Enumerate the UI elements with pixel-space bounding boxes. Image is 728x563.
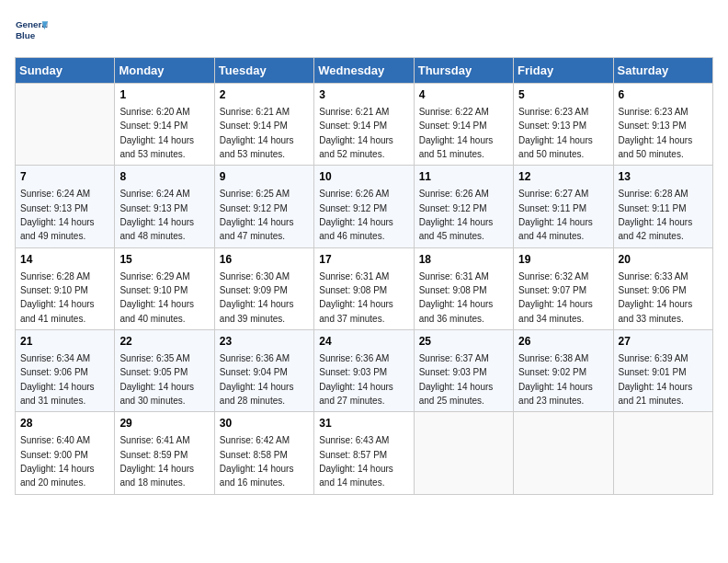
day-info: Sunrise: 6:22 AM Sunset: 9:14 PM Dayligh… xyxy=(419,107,494,159)
day-info: Sunrise: 6:34 AM Sunset: 9:06 PM Dayligh… xyxy=(20,353,95,406)
weekday-header-row: SundayMondayTuesdayWednesdayThursdayFrid… xyxy=(16,58,713,84)
day-info: Sunrise: 6:31 AM Sunset: 9:08 PM Dayligh… xyxy=(419,271,494,324)
calendar-week-row: 7Sunrise: 6:24 AM Sunset: 9:13 PM Daylig… xyxy=(16,166,713,247)
day-info: Sunrise: 6:32 AM Sunset: 9:07 PM Dayligh… xyxy=(518,271,593,324)
svg-text:Blue: Blue xyxy=(16,30,36,40)
day-info: Sunrise: 6:42 AM Sunset: 8:58 PM Dayligh… xyxy=(220,435,294,488)
day-number: 13 xyxy=(619,169,708,185)
day-number: 16 xyxy=(220,252,309,268)
calendar-cell: 13Sunrise: 6:28 AM Sunset: 9:11 PM Dayli… xyxy=(613,166,712,247)
day-info: Sunrise: 6:30 AM Sunset: 9:09 PM Dayligh… xyxy=(220,271,294,324)
day-number: 27 xyxy=(619,334,708,350)
day-info: Sunrise: 6:24 AM Sunset: 9:13 PM Dayligh… xyxy=(20,189,95,241)
day-number: 31 xyxy=(319,416,408,431)
day-number: 3 xyxy=(319,87,408,103)
day-info: Sunrise: 6:26 AM Sunset: 9:12 PM Dayligh… xyxy=(319,189,393,241)
day-info: Sunrise: 6:23 AM Sunset: 9:13 PM Dayligh… xyxy=(518,107,593,159)
weekday-header: Tuesday xyxy=(214,58,313,84)
day-number: 4 xyxy=(419,87,508,103)
day-info: Sunrise: 6:28 AM Sunset: 9:11 PM Dayligh… xyxy=(619,189,693,241)
calendar-cell: 30Sunrise: 6:42 AM Sunset: 8:58 PM Dayli… xyxy=(214,412,313,494)
weekday-header: Monday xyxy=(115,58,214,84)
day-number: 15 xyxy=(119,252,209,268)
day-info: Sunrise: 6:24 AM Sunset: 9:13 PM Dayligh… xyxy=(119,189,194,241)
calendar-cell: 5Sunrise: 6:23 AM Sunset: 9:13 PM Daylig… xyxy=(514,84,613,166)
day-number: 12 xyxy=(518,169,608,185)
day-number: 30 xyxy=(220,416,309,431)
day-number: 17 xyxy=(319,252,408,268)
calendar-table: SundayMondayTuesdayWednesdayThursdayFrid… xyxy=(15,57,713,495)
day-number: 21 xyxy=(20,334,109,350)
day-info: Sunrise: 6:26 AM Sunset: 9:12 PM Dayligh… xyxy=(419,189,494,241)
day-info: Sunrise: 6:38 AM Sunset: 9:02 PM Dayligh… xyxy=(518,353,593,406)
calendar-week-row: 1Sunrise: 6:20 AM Sunset: 9:14 PM Daylig… xyxy=(16,84,713,166)
calendar-cell: 31Sunrise: 6:43 AM Sunset: 8:57 PM Dayli… xyxy=(314,412,414,494)
day-info: Sunrise: 6:39 AM Sunset: 9:01 PM Dayligh… xyxy=(619,353,693,406)
day-number: 5 xyxy=(518,87,608,103)
svg-text:General: General xyxy=(16,19,48,29)
day-number: 7 xyxy=(20,169,109,185)
day-number: 14 xyxy=(20,252,109,268)
day-number: 2 xyxy=(220,87,309,103)
day-number: 9 xyxy=(220,169,309,185)
day-info: Sunrise: 6:35 AM Sunset: 9:05 PM Dayligh… xyxy=(119,353,194,406)
calendar-cell: 2Sunrise: 6:21 AM Sunset: 9:14 PM Daylig… xyxy=(214,84,313,166)
weekday-header: Wednesday xyxy=(314,58,414,84)
weekday-header: Sunday xyxy=(16,58,115,84)
day-number: 29 xyxy=(119,416,209,431)
calendar-week-row: 28Sunrise: 6:40 AM Sunset: 9:00 PM Dayli… xyxy=(16,412,713,494)
day-info: Sunrise: 6:29 AM Sunset: 9:10 PM Dayligh… xyxy=(119,271,194,324)
calendar-cell: 22Sunrise: 6:35 AM Sunset: 9:05 PM Dayli… xyxy=(115,330,214,412)
calendar-cell: 24Sunrise: 6:36 AM Sunset: 9:03 PM Dayli… xyxy=(314,330,414,412)
day-number: 8 xyxy=(119,169,209,185)
logo-icon: General Blue xyxy=(15,15,48,48)
calendar-cell: 26Sunrise: 6:38 AM Sunset: 9:02 PM Dayli… xyxy=(514,330,613,412)
weekday-header: Saturday xyxy=(613,58,712,84)
day-info: Sunrise: 6:21 AM Sunset: 9:14 PM Dayligh… xyxy=(319,107,393,159)
calendar-cell: 10Sunrise: 6:26 AM Sunset: 9:12 PM Dayli… xyxy=(314,166,414,247)
day-info: Sunrise: 6:41 AM Sunset: 8:59 PM Dayligh… xyxy=(119,435,194,488)
calendar-cell: 4Sunrise: 6:22 AM Sunset: 9:14 PM Daylig… xyxy=(414,84,513,166)
calendar-cell: 12Sunrise: 6:27 AM Sunset: 9:11 PM Dayli… xyxy=(514,166,613,247)
day-info: Sunrise: 6:21 AM Sunset: 9:14 PM Dayligh… xyxy=(220,107,294,159)
calendar-cell: 21Sunrise: 6:34 AM Sunset: 9:06 PM Dayli… xyxy=(16,330,115,412)
day-number: 23 xyxy=(220,334,309,350)
day-number: 20 xyxy=(619,252,708,268)
calendar-cell: 14Sunrise: 6:28 AM Sunset: 9:10 PM Dayli… xyxy=(16,247,115,329)
calendar-cell: 11Sunrise: 6:26 AM Sunset: 9:12 PM Dayli… xyxy=(414,166,513,247)
day-info: Sunrise: 6:36 AM Sunset: 9:03 PM Dayligh… xyxy=(319,353,393,406)
day-number: 19 xyxy=(518,252,608,268)
calendar-cell: 20Sunrise: 6:33 AM Sunset: 9:06 PM Dayli… xyxy=(613,247,712,329)
day-number: 1 xyxy=(119,87,209,103)
calendar-cell: 1Sunrise: 6:20 AM Sunset: 9:14 PM Daylig… xyxy=(115,84,214,166)
calendar-cell: 9Sunrise: 6:25 AM Sunset: 9:12 PM Daylig… xyxy=(214,166,313,247)
logo: General Blue xyxy=(15,15,48,48)
day-info: Sunrise: 6:31 AM Sunset: 9:08 PM Dayligh… xyxy=(319,271,393,324)
day-number: 18 xyxy=(419,252,508,268)
day-number: 24 xyxy=(319,334,408,350)
day-number: 10 xyxy=(319,169,408,185)
calendar-cell: 23Sunrise: 6:36 AM Sunset: 9:04 PM Dayli… xyxy=(214,330,313,412)
calendar-cell: 18Sunrise: 6:31 AM Sunset: 9:08 PM Dayli… xyxy=(414,247,513,329)
calendar-cell: 25Sunrise: 6:37 AM Sunset: 9:03 PM Dayli… xyxy=(414,330,513,412)
day-info: Sunrise: 6:23 AM Sunset: 9:13 PM Dayligh… xyxy=(619,107,693,159)
day-info: Sunrise: 6:36 AM Sunset: 9:04 PM Dayligh… xyxy=(220,353,294,406)
calendar-cell: 29Sunrise: 6:41 AM Sunset: 8:59 PM Dayli… xyxy=(115,412,214,494)
calendar-cell: 19Sunrise: 6:32 AM Sunset: 9:07 PM Dayli… xyxy=(514,247,613,329)
calendar-week-row: 21Sunrise: 6:34 AM Sunset: 9:06 PM Dayli… xyxy=(16,330,713,412)
page-header: General Blue xyxy=(15,15,713,48)
calendar-cell: 6Sunrise: 6:23 AM Sunset: 9:13 PM Daylig… xyxy=(613,84,712,166)
day-info: Sunrise: 6:27 AM Sunset: 9:11 PM Dayligh… xyxy=(518,189,593,241)
calendar-cell: 7Sunrise: 6:24 AM Sunset: 9:13 PM Daylig… xyxy=(16,166,115,247)
calendar-cell xyxy=(414,412,513,494)
day-number: 26 xyxy=(518,334,608,350)
day-info: Sunrise: 6:43 AM Sunset: 8:57 PM Dayligh… xyxy=(319,435,393,488)
weekday-header: Thursday xyxy=(414,58,513,84)
day-number: 22 xyxy=(119,334,209,350)
calendar-cell xyxy=(613,412,712,494)
day-info: Sunrise: 6:40 AM Sunset: 9:00 PM Dayligh… xyxy=(20,435,95,488)
day-number: 25 xyxy=(419,334,508,350)
weekday-header: Friday xyxy=(514,58,613,84)
day-info: Sunrise: 6:37 AM Sunset: 9:03 PM Dayligh… xyxy=(419,353,494,406)
calendar-week-row: 14Sunrise: 6:28 AM Sunset: 9:10 PM Dayli… xyxy=(16,247,713,329)
